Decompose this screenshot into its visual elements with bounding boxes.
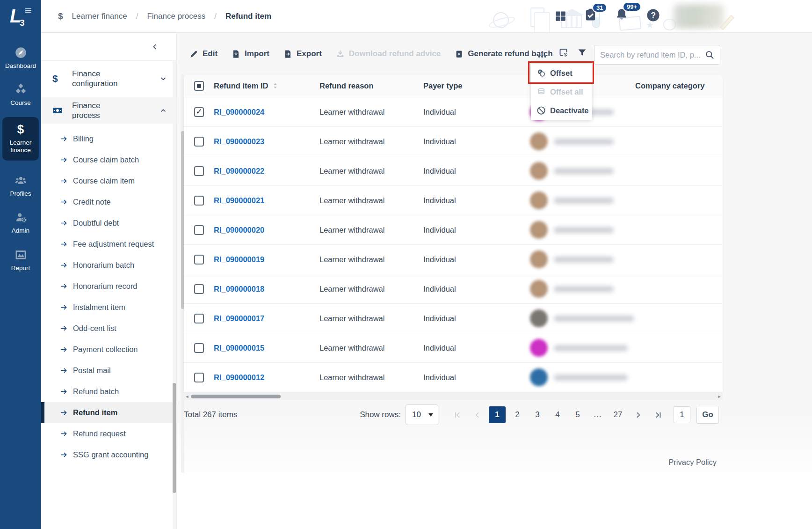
sidebar-item-billing[interactable]: Billing	[41, 128, 176, 149]
sidebar-item-course-claim-batch[interactable]: Course claim batch	[41, 149, 176, 170]
export-button[interactable]: Export	[283, 49, 322, 59]
jump-page-input[interactable]	[674, 406, 690, 423]
refund-item-id-link[interactable]: RI_090000023	[214, 137, 264, 146]
sidebar-item-course-claim-item[interactable]: Course claim item	[41, 170, 176, 191]
payer-name-blurred	[554, 375, 628, 381]
last-page-button[interactable]	[650, 406, 667, 423]
row-checkbox[interactable]	[194, 196, 204, 206]
row-checkbox[interactable]	[194, 314, 204, 323]
sidebar-item-postal-mail[interactable]: Postal mail	[41, 360, 176, 381]
scroll-left-icon[interactable]: ◄	[184, 394, 190, 399]
user-avatar[interactable]	[674, 4, 724, 29]
sidebar-item-profiles[interactable]: Profiles	[2, 174, 39, 198]
go-button[interactable]: Go	[696, 406, 719, 424]
refund-item-id-link[interactable]: RI_090000024	[214, 108, 264, 117]
table-row: RI_090000015 Learner withdrawal Individu…	[184, 333, 723, 363]
sidebar-item-refund-item[interactable]: Refund item	[41, 402, 176, 423]
sidebar-scrollbar-thumb[interactable]	[173, 383, 176, 493]
sidebar-item-honorarium-batch[interactable]: Honorarium batch	[41, 255, 176, 276]
refund-item-id-link[interactable]: RI_090000021	[214, 196, 264, 205]
sidebar-item-refund-batch[interactable]: Refund batch	[41, 381, 176, 402]
sidebar-item-payment-collection[interactable]: Payment collection	[41, 339, 176, 360]
horizontal-scrollbar-thumb[interactable]	[191, 395, 281, 398]
breadcrumb-item-finance-process[interactable]: Finance process	[147, 12, 205, 21]
show-rows-select[interactable]: 10	[406, 404, 438, 425]
scroll-right-icon[interactable]: ►	[717, 394, 722, 399]
refund-item-id-link[interactable]: RI_090000019	[214, 255, 264, 264]
sort-icon[interactable]	[273, 82, 278, 90]
toolbar: Edit Import Export Download refund advic…	[189, 43, 553, 65]
app-logo[interactable]: L3	[0, 0, 41, 33]
row-checkbox[interactable]	[194, 225, 204, 235]
refund-item-id-link[interactable]: RI_090000012	[214, 373, 264, 382]
search-input[interactable]	[600, 51, 705, 59]
prev-page-button[interactable]	[469, 406, 486, 423]
payer-name-blurred	[554, 198, 614, 204]
logo-mark: L3	[10, 5, 31, 28]
sidebar-item-credit-note[interactable]: Credit note	[41, 191, 176, 213]
row-checkbox[interactable]	[194, 107, 204, 117]
page-button-4[interactable]: 4	[549, 406, 566, 423]
breadcrumb-item-learner-finance[interactable]: Learner finance	[72, 12, 127, 21]
sidebar-item-course[interactable]: Course	[2, 83, 39, 107]
sidebar-item-fee-adjustment-request[interactable]: Fee adjustment request	[41, 234, 176, 255]
refund-item-id-link[interactable]: RI_090000015	[214, 344, 264, 353]
first-page-button[interactable]	[449, 406, 465, 423]
page-button-5[interactable]: 5	[569, 406, 586, 423]
dollar-icon: $	[52, 73, 66, 84]
edit-button[interactable]: Edit	[189, 49, 218, 59]
refund-item-id-link[interactable]: RI_090000017	[214, 314, 264, 323]
menu-item-offset-all[interactable]: Offset all	[531, 82, 592, 101]
menu-item-offset[interactable]: $ Offset	[531, 64, 592, 82]
refund-item-id-link[interactable]: RI_090000022	[214, 167, 264, 176]
import-button[interactable]: Import	[232, 49, 269, 59]
sidebar-item-ssg-grant-accounting[interactable]: SSG grant accounting	[41, 444, 176, 465]
column-settings-icon[interactable]	[558, 48, 568, 58]
page-button-3[interactable]: 3	[529, 406, 546, 423]
report-icon	[14, 249, 27, 261]
row-checkbox[interactable]	[194, 166, 204, 176]
row-checkbox[interactable]	[194, 343, 204, 353]
sidebar-item-report[interactable]: Report	[2, 249, 39, 272]
filter-icon[interactable]	[577, 48, 587, 58]
next-page-button[interactable]	[630, 406, 646, 423]
privacy-policy-link[interactable]: Privacy Policy	[668, 458, 717, 467]
table-row: RI_090000017 Learner withdrawal Individu…	[184, 304, 723, 333]
refund-item-id-link[interactable]: RI_090000018	[214, 285, 264, 294]
table-row: RI_090000020 Learner withdrawal Individu…	[184, 215, 723, 245]
payer-name-blurred	[554, 257, 614, 263]
row-checkbox[interactable]	[194, 284, 204, 294]
menu-item-deactivate[interactable]: Deactivate	[531, 101, 592, 120]
row-checkbox[interactable]	[194, 373, 204, 382]
col-payer-type: Payer type	[423, 81, 530, 90]
refund-reason-cell: Learner withdrawal	[319, 196, 423, 205]
page-button-27[interactable]: 27	[609, 406, 626, 423]
more-actions-icon[interactable]	[537, 51, 547, 62]
refund-item-id-link[interactable]: RI_090000020	[214, 226, 264, 235]
sidebar-item-instalment-item[interactable]: Instalment item	[41, 297, 176, 318]
sidebar-item-dashboard[interactable]: Dashboard	[2, 46, 39, 70]
offset-all-icon	[536, 87, 546, 96]
sidebar-item-honorarium-record[interactable]: Honorarium record	[41, 276, 176, 297]
row-checkbox[interactable]	[194, 255, 204, 264]
row-checkbox[interactable]	[194, 137, 204, 147]
sidebar-group-finance-configuration[interactable]: $ Finance configuration	[41, 64, 176, 94]
sidebar-item-admin[interactable]: Admin	[2, 211, 39, 235]
search-icon[interactable]	[705, 50, 714, 59]
sidebar-item-learner-finance[interactable]: $ Learner finance	[2, 117, 39, 161]
select-all-checkbox[interactable]	[194, 81, 204, 91]
download-refund-advice-button[interactable]: Download refund advice	[336, 49, 441, 59]
sidebar-group-finance-process[interactable]: Finance process	[41, 97, 176, 124]
help-icon[interactable]: ?	[646, 8, 660, 22]
page-button-2[interactable]: 2	[509, 406, 526, 423]
sidebar-item-odd-cent-list[interactable]: Odd-cent list	[41, 318, 176, 339]
table-row: RI_090000019 Learner withdrawal Individu…	[184, 245, 723, 274]
breadcrumb-separator: /	[136, 12, 138, 21]
sidebar-item-doubtful-debt[interactable]: Doubtful debt	[41, 213, 176, 234]
finance-sidebar: $ Finance configuration Finance process …	[41, 33, 177, 529]
collapse-sidebar-icon[interactable]	[151, 43, 159, 51]
page-button-1[interactable]: 1	[489, 406, 506, 423]
apps-grid-icon[interactable]	[554, 10, 567, 22]
sidebar-item-refund-request[interactable]: Refund request	[41, 423, 176, 444]
breadcrumb: $ Learner finance/Finance process/Refund…	[58, 0, 271, 33]
